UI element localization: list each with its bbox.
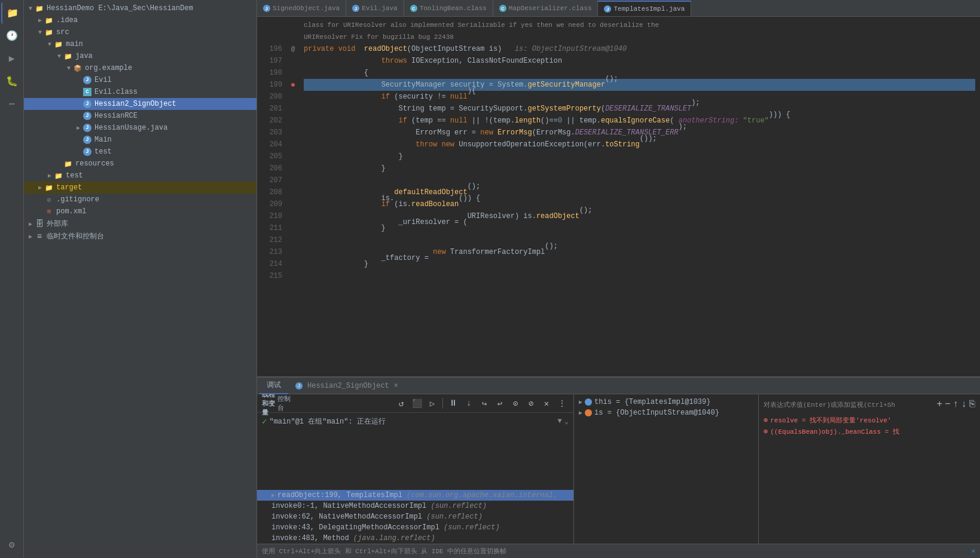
tree-item-temp-console[interactable]: ▶ ≡ 临时文件和控制台 [24, 230, 257, 243]
tab-map[interactable]: C MapDeserializer.class [493, 1, 599, 16]
tree-item-hessianrce[interactable]: ▶ J HessianRCE [24, 110, 257, 122]
kw-null200: null [450, 91, 468, 103]
tree-item-evil[interactable]: ▶ J Evil [24, 74, 257, 86]
btn-pause[interactable]: ⏸ [447, 397, 460, 410]
ln-196: 196 [262, 43, 282, 55]
bottom-tabs-bar: 调试 J Hessian2_SignObject × [257, 378, 980, 394]
tree-item-resources[interactable]: ▶ 📁 resources [24, 158, 257, 170]
tree-item-idea[interactable]: ▶ 📁 .idea [24, 14, 257, 26]
ln-198: 198 [262, 67, 282, 79]
btn-evaluate[interactable]: ⊘ [524, 397, 538, 410]
activity-debug[interactable]: 🐛 [1, 70, 23, 92]
tree-item-java[interactable]: ▼ 📁 java [24, 50, 257, 62]
tree-label-main: main [66, 40, 257, 48]
tree-item-hessianusage[interactable]: ▶ J HessianUsage.java [24, 122, 257, 134]
frame-0[interactable]: ▶ readObject:199, TemplatesImpl (com.sun… [257, 490, 573, 501]
var-name-is: is = {ObjectInputStream@1040} [594, 409, 719, 417]
btn-refresh[interactable]: ↺ [395, 397, 408, 410]
btn-step-over[interactable]: ↓ [462, 397, 475, 410]
num-0: 0 [558, 115, 562, 127]
fn-getsysprop: getSystemProperty [528, 103, 601, 115]
lib-icon: 🗄 [35, 219, 44, 229]
marker-210 [287, 210, 299, 222]
watch-up-btn[interactable]: ↑ [953, 399, 959, 410]
status-close-btn[interactable]: × [971, 548, 975, 555]
tree-item-gitignore[interactable]: ▶ ⊘ .gitignore [24, 194, 257, 206]
watch-add-btn[interactable]: + [937, 399, 943, 410]
tree-item-test-folder[interactable]: ▶ 📁 test [24, 170, 257, 182]
activity-project[interactable]: 📁 [1, 2, 23, 24]
arrow-expand-src: ▼ [36, 29, 44, 36]
tab-signed-object[interactable]: J SignedObject.java [257, 1, 346, 16]
code-line-207 [304, 174, 975, 186]
frame-3[interactable]: invoke:43, DelegatingMethodAccessorImpl … [257, 522, 573, 533]
tree-label-hessianrce: HessianRCE [94, 112, 257, 120]
code-markers: @ ● [287, 17, 299, 376]
tree-item-org-example[interactable]: ▼ 📦 org.example [24, 62, 257, 74]
tab-icon-tooling: C [410, 5, 417, 12]
tree-item-hessian2-signobject[interactable]: ▶ J Hessian2_SignObject [24, 98, 257, 110]
type-urires: URIResolver [468, 210, 515, 222]
var-name-this: this = {TemplatesImpl@1039} [594, 398, 710, 406]
thread-main[interactable]: ✓ "main"@1 在组"main": 正在运行 ▼ ⌄ [259, 415, 571, 428]
btn-step-into[interactable]: ↪ [478, 397, 491, 410]
tab-label-signed: SignedObject.java [273, 5, 340, 12]
tree-label-java: java [75, 52, 257, 60]
thread-filter-btn[interactable]: ▼ [558, 417, 562, 426]
tree-item-hessian-demo[interactable]: ▼ 📁 HessianDemo E:\Java_Sec\HessianDem [24, 2, 257, 14]
tree-item-evil-class[interactable]: ▶ C Evil.class [24, 86, 257, 98]
var-this[interactable]: ▶ this = {TemplatesImpl@1039} [576, 397, 756, 407]
tree-item-src[interactable]: ▼ 📁 src [24, 26, 257, 38]
watch-error-icon-0: ⊗ [764, 416, 768, 425]
frame-1[interactable]: invoke0:-1, NativeMethodAccessorImpl (su… [257, 501, 573, 511]
activity-more[interactable]: ⋯ [1, 93, 23, 115]
code-line-208: is.defaultReadObject(); [304, 186, 975, 198]
stack-frames: ▶ readObject:199, TemplatesImpl (com.sun… [257, 490, 573, 544]
bottom-tab-hessian[interactable]: J Hessian2_SignObject × [288, 378, 405, 394]
kw-throws: throws [381, 55, 407, 67]
type-errmsg2: ErrorMsg [536, 127, 571, 139]
ln-199: 199 [262, 79, 282, 91]
activity-settings[interactable]: ⚙ [1, 534, 23, 556]
var-is[interactable]: ▶ is = {ObjectInputStream@1040} [576, 407, 756, 418]
tab-evil[interactable]: J Evil.java [346, 1, 404, 16]
frame-arrow-0: ▶ [271, 492, 275, 499]
btn-step-out[interactable]: ↩ [493, 397, 506, 410]
fn-readobj: readObject [536, 210, 579, 222]
activity-git[interactable]: 🕐 [1, 25, 23, 47]
watch-down-btn[interactable]: ↓ [961, 399, 967, 410]
btn-more[interactable]: ⋮ [555, 397, 569, 410]
btn-run-cursor[interactable]: ⊙ [509, 397, 522, 410]
marker-212 [287, 234, 299, 246]
watch-item-1: ⊗ ((EqualsBean)obj)._beanClass = 找 [764, 426, 975, 437]
watch-copy-btn[interactable]: ⎘ [969, 399, 975, 410]
code-line-header1: class for URIResolver also implemented S… [304, 19, 975, 43]
code-line-206: } [304, 163, 975, 174]
hessian-tab-close[interactable]: × [394, 382, 398, 390]
tree-item-test-class[interactable]: ▶ J test [24, 146, 257, 158]
btn-frames[interactable]: 线程和变量 [262, 397, 275, 410]
bottom-tab-debug[interactable]: 调试 [259, 378, 288, 394]
ln-212: 212 [262, 234, 282, 246]
btn-clear[interactable]: ✕ [540, 397, 553, 410]
watch-remove-btn[interactable]: − [945, 399, 951, 410]
btn-stop[interactable]: ⬛ [410, 397, 423, 410]
activity-run[interactable]: ▶ [1, 48, 23, 69]
tab-tooling[interactable]: C ToolingBean.class [404, 1, 493, 16]
thread-more-btn[interactable]: ⌄ [564, 417, 569, 426]
tree-item-external-libs[interactable]: ▶ 🗄 外部库 [24, 217, 257, 230]
frame-2[interactable]: invoke:62, NativeMethodAccessorImpl (sun… [257, 511, 573, 522]
code-content[interactable]: class for URIResolver also implemented S… [299, 17, 980, 376]
tree-item-main-class[interactable]: ▶ J Main [24, 134, 257, 146]
frame-4[interactable]: invoke:483, Method (java.lang.reflect) [257, 533, 573, 544]
tree-item-pom[interactable]: ▶ m pom.xml [24, 206, 257, 217]
marker-202 [287, 115, 299, 127]
type-secmgr: SecurityManager [381, 79, 446, 91]
marker-211 [287, 222, 299, 234]
tab-templates[interactable]: J TemplatesImpl.java [598, 1, 691, 16]
btn-console[interactable]: 控制台 [277, 397, 291, 410]
ln-208: 208 [262, 186, 282, 198]
tree-item-target[interactable]: ▶ 📁 target [24, 182, 257, 194]
tree-item-main[interactable]: ▼ 📁 main [24, 38, 257, 50]
btn-resume[interactable]: ▷ [426, 397, 439, 410]
